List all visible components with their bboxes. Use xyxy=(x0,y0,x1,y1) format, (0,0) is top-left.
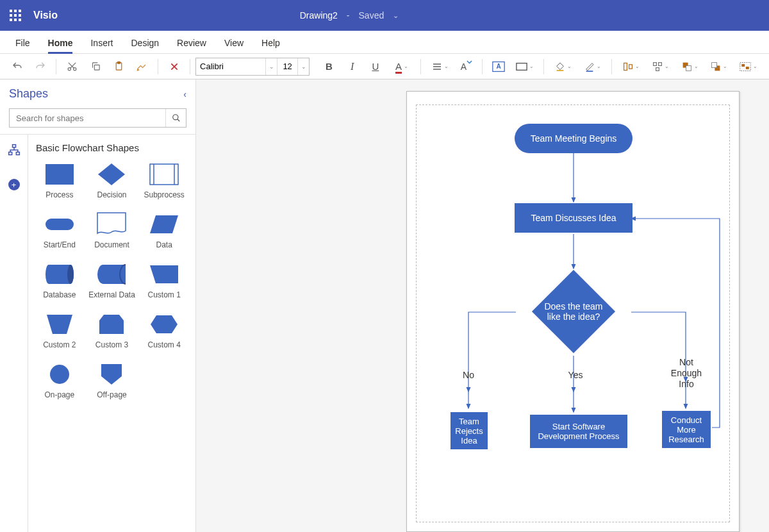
edge-label-no: No xyxy=(462,370,475,380)
shape-onpage[interactable]: On-page xyxy=(33,362,86,399)
arrange-align-button[interactable]: ⌄ xyxy=(617,56,645,77)
redo-button[interactable] xyxy=(29,56,51,77)
svg-rect-29 xyxy=(45,219,74,230)
svg-point-0 xyxy=(69,68,71,71)
shape-custom3[interactable]: Custom 3 xyxy=(86,312,138,349)
node-no-result[interactable]: Team Rejects Idea xyxy=(451,412,488,449)
edge-label-yes: Yes xyxy=(566,370,585,380)
line-color-button[interactable]: ⌄ xyxy=(579,56,606,77)
svg-rect-2 xyxy=(94,65,99,70)
svg-rect-11 xyxy=(658,62,661,65)
svg-rect-10 xyxy=(653,62,656,65)
node-yes-result[interactable]: Start Software Development Process xyxy=(530,415,627,448)
node-discuss[interactable]: Team Discusses Idea xyxy=(515,203,633,233)
menu-insert[interactable]: Insert xyxy=(81,33,122,53)
shape-custom1[interactable]: Custom 1 xyxy=(138,262,190,299)
shape-data[interactable]: Data xyxy=(138,212,190,249)
svg-rect-12 xyxy=(656,67,659,71)
copy-button[interactable] xyxy=(85,56,106,77)
app-launcher-icon[interactable] xyxy=(0,10,31,21)
bold-button[interactable]: B xyxy=(318,56,340,77)
chevron-down-icon[interactable]: ⌄ xyxy=(265,58,277,75)
svg-text:A: A xyxy=(496,63,500,70)
cut-button[interactable] xyxy=(62,56,83,77)
shape-process[interactable]: Process xyxy=(33,162,86,199)
shapes-panel: Shapes ‹ + Basic Flowchart Shapes xyxy=(0,79,196,532)
text-direction-button[interactable]: A xyxy=(456,56,477,77)
shape-terminator[interactable]: Start/End xyxy=(33,212,86,249)
position-button[interactable]: ⌄ xyxy=(647,56,674,77)
italic-button[interactable]: I xyxy=(342,56,363,77)
shape-style-button[interactable]: ⌄ xyxy=(511,56,539,77)
shapes-search[interactable] xyxy=(9,108,186,128)
svg-marker-25 xyxy=(98,163,125,185)
add-stencil-button[interactable]: + xyxy=(6,177,22,192)
svg-rect-23 xyxy=(16,152,19,154)
shape-grid: Process Decision Subprocess Start/End Do… xyxy=(33,162,190,399)
align-button[interactable]: ⌄ xyxy=(426,56,454,77)
undo-button[interactable] xyxy=(6,56,28,77)
search-input[interactable] xyxy=(10,109,165,127)
format-painter-button[interactable] xyxy=(131,56,153,77)
svg-rect-19 xyxy=(746,67,749,69)
shape-custom4[interactable]: Custom 4 xyxy=(138,312,190,349)
document-title[interactable]: Drawing2 xyxy=(300,10,338,21)
shape-database[interactable]: Database xyxy=(33,262,86,299)
svg-marker-33 xyxy=(47,315,72,334)
bring-front-button[interactable]: ⌄ xyxy=(676,56,704,77)
menu-home[interactable]: Home xyxy=(39,33,82,53)
group-button[interactable]: ⌄ xyxy=(735,56,763,77)
svg-point-1 xyxy=(74,68,76,71)
shape-offpage[interactable]: Off-page xyxy=(86,362,138,399)
delete-button[interactable] xyxy=(163,56,185,77)
font-size-input[interactable] xyxy=(277,58,297,75)
drawing-page[interactable]: Team Meeting Begins Team Discusses Idea … xyxy=(406,91,740,532)
chevron-down-icon[interactable]: ⌄ xyxy=(297,58,309,75)
node-notenough-result[interactable]: Conduct More Research xyxy=(662,411,711,448)
underline-button[interactable]: U xyxy=(365,56,386,77)
menu-help[interactable]: Help xyxy=(252,33,289,53)
svg-marker-34 xyxy=(99,315,124,334)
shape-document[interactable]: Document xyxy=(86,212,138,249)
svg-marker-30 xyxy=(150,215,178,233)
svg-rect-18 xyxy=(742,63,745,66)
svg-rect-4 xyxy=(117,62,120,63)
node-decide[interactable]: Does the team like the idea? xyxy=(532,270,615,353)
shape-external-data[interactable]: External Data xyxy=(86,262,138,299)
shape-decision[interactable]: Decision xyxy=(86,162,138,199)
shape-custom2[interactable]: Custom 2 xyxy=(33,312,86,349)
font-color-button[interactable]: A⌄ xyxy=(388,56,415,77)
svg-point-20 xyxy=(172,115,178,120)
shape-subprocess[interactable]: Subprocess xyxy=(138,162,190,199)
font-name-input[interactable] xyxy=(196,58,265,75)
svg-point-31 xyxy=(67,265,74,284)
svg-marker-35 xyxy=(151,315,178,333)
svg-rect-8 xyxy=(624,63,627,70)
svg-rect-9 xyxy=(629,64,632,68)
collapse-panel-button[interactable]: ‹ xyxy=(183,89,186,99)
node-start[interactable]: Team Meeting Begins xyxy=(515,124,633,153)
chevron-down-icon[interactable]: ⌄ xyxy=(393,12,399,20)
edge-label-notenough: Not Enough Info xyxy=(667,357,706,389)
fill-color-button[interactable]: ⌄ xyxy=(549,56,577,77)
svg-marker-32 xyxy=(150,265,178,283)
send-back-button[interactable]: ⌄ xyxy=(706,56,733,77)
menu-review[interactable]: Review xyxy=(168,33,215,53)
canvas[interactable]: Team Meeting Begins Team Discusses Idea … xyxy=(196,79,769,532)
stencil-flowchart-icon[interactable] xyxy=(6,142,22,158)
svg-marker-37 xyxy=(101,364,122,385)
svg-rect-7 xyxy=(517,63,527,70)
svg-rect-21 xyxy=(12,145,15,147)
paste-button[interactable] xyxy=(108,56,129,77)
svg-rect-22 xyxy=(8,152,12,154)
text-box-button[interactable]: A xyxy=(488,56,509,77)
ribbon: ⌄ ⌄ B I U A⌄ ⌄ A A ⌄ ⌄ ⌄ ⌄ ⌄ ⌄ ⌄ ⌄ xyxy=(0,54,769,79)
document-status: Saved xyxy=(359,10,384,21)
svg-rect-24 xyxy=(45,164,74,185)
font-selector[interactable]: ⌄ ⌄ xyxy=(195,58,310,76)
menu-view[interactable]: View xyxy=(215,33,252,53)
search-icon[interactable] xyxy=(165,109,186,127)
menu-design[interactable]: Design xyxy=(122,33,168,53)
menu-file[interactable]: File xyxy=(6,33,39,53)
svg-rect-14 xyxy=(686,65,691,71)
